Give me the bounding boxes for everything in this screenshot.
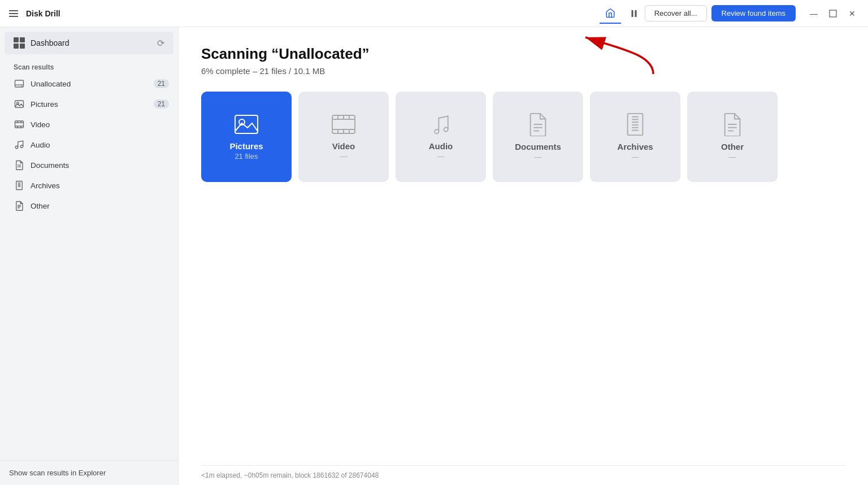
archives-card-info: Archives — — [617, 142, 653, 161]
svg-point-16 — [20, 145, 23, 148]
window-controls: — ✕ — [805, 5, 861, 23]
titlebar-actions: Recover all... Review found items — [645, 5, 796, 21]
svg-rect-28 — [235, 115, 258, 133]
documents-card-name: Documents — [515, 142, 561, 151]
main-layout: Dashboard ⟳ Scan results Unallocated 21 — [0, 27, 868, 485]
status-bar: <1m elapsed, ~0h05m remain, block 186163… — [201, 465, 845, 485]
audio-icon — [14, 139, 25, 150]
recover-all-button[interactable]: Recover all... — [645, 5, 707, 21]
svg-rect-8 — [15, 121, 24, 128]
svg-rect-0 — [631, 10, 633, 17]
documents-card-count: — — [515, 153, 561, 161]
archives-card-icon — [626, 112, 644, 136]
video-icon — [14, 119, 25, 130]
svg-rect-1 — [635, 10, 636, 17]
scan-title: Scanning “Unallocated” — [201, 45, 845, 63]
documents-icon — [14, 159, 25, 171]
sidebar-dashboard[interactable]: Dashboard ⟳ — [5, 32, 173, 54]
other-card-icon — [722, 112, 743, 136]
video-card-name: Video — [332, 141, 355, 151]
svg-point-40 — [444, 127, 448, 131]
category-card-video[interactable]: Video — — [298, 92, 389, 182]
show-explorer-button[interactable]: Show scan results in Explorer — [0, 461, 178, 485]
minimize-button[interactable]: — — [805, 5, 823, 23]
sidebar-item-audio-label: Audio — [31, 141, 169, 149]
pictures-card-icon — [234, 113, 259, 136]
other-card-count: — — [721, 153, 744, 161]
sidebar-item-video[interactable]: Video — [0, 114, 178, 135]
pictures-card-info: Pictures 21 files — [229, 141, 263, 161]
svg-point-39 — [435, 129, 439, 133]
sidebar-item-pictures-label: Pictures — [31, 100, 148, 109]
documents-card-icon — [528, 112, 548, 136]
maximize-button[interactable] — [824, 5, 842, 23]
pictures-card-name: Pictures — [229, 141, 263, 151]
sidebar-item-video-label: Video — [31, 120, 169, 129]
close-button[interactable]: ✕ — [843, 5, 861, 23]
video-card-info: Video — — [332, 141, 355, 161]
titlebar: Disk Drill Recover all... Review found i… — [0, 0, 868, 27]
other-card-name: Other — [721, 142, 744, 151]
scan-results-label: Scan results — [0, 59, 178, 73]
archive-icon — [14, 180, 25, 191]
sidebar-item-pictures-count: 21 — [154, 99, 169, 109]
category-card-pictures[interactable]: Pictures 21 files — [201, 92, 292, 182]
titlebar-nav — [600, 3, 645, 24]
sidebar-item-audio[interactable]: Audio — [0, 135, 178, 155]
sidebar-item-archives[interactable]: Archives — [0, 175, 178, 196]
sidebar-item-other[interactable]: Other — [0, 196, 178, 216]
svg-rect-3 — [15, 80, 24, 87]
app-title: Disk Drill — [26, 9, 60, 18]
svg-point-5 — [21, 86, 23, 87]
sidebar-item-documents-label: Documents — [31, 161, 169, 170]
sidebar-item-archives-label: Archives — [31, 181, 169, 190]
archives-card-count: — — [617, 153, 653, 161]
svg-rect-2 — [830, 10, 836, 17]
sidebar: Dashboard ⟳ Scan results Unallocated 21 — [0, 27, 179, 485]
grid-icon — [14, 37, 25, 49]
audio-card-name: Audio — [429, 141, 453, 151]
category-cards: Pictures 21 files — [201, 92, 845, 182]
category-card-audio[interactable]: Audio — — [396, 92, 486, 182]
video-card-count: — — [332, 152, 355, 161]
main-content: Scanning “Unallocated” 6% complete – 21 … — [179, 27, 868, 485]
audio-card-count: — — [429, 152, 453, 161]
sidebar-item-other-label: Other — [31, 202, 169, 210]
pause-button[interactable] — [623, 4, 645, 23]
sidebar-item-unallocated-count: 21 — [154, 79, 169, 88]
sidebar-bottom: Show scan results in Explorer — [0, 460, 178, 485]
category-card-documents[interactable]: Documents — — [493, 92, 583, 182]
sidebar-item-unallocated-label: Unallocated — [31, 80, 148, 88]
menu-icon[interactable] — [7, 8, 20, 19]
drive-icon — [14, 78, 25, 89]
audio-card-info: Audio — — [429, 141, 453, 161]
sidebar-item-documents[interactable]: Documents — [0, 155, 178, 175]
archives-card-name: Archives — [617, 142, 653, 151]
spinner-icon: ⟳ — [157, 38, 164, 49]
sidebar-item-pictures[interactable]: Pictures 21 — [0, 94, 178, 114]
home-button[interactable] — [600, 3, 621, 24]
other-card-info: Other — — [721, 142, 744, 161]
documents-card-info: Documents — — [515, 142, 561, 161]
titlebar-left: Disk Drill — [7, 8, 600, 19]
pictures-card-count: 21 files — [229, 152, 263, 161]
other-icon — [14, 200, 25, 211]
video-card-icon — [331, 113, 356, 136]
dashboard-label: Dashboard — [31, 38, 151, 47]
scan-subtitle: 6% complete – 21 files / 10.1 MB — [201, 66, 845, 76]
picture-icon — [14, 98, 25, 110]
svg-point-15 — [15, 146, 18, 149]
review-found-button[interactable]: Review found items — [711, 5, 796, 21]
audio-card-icon — [431, 113, 451, 136]
sidebar-item-unallocated[interactable]: Unallocated 21 — [0, 73, 178, 94]
category-card-other[interactable]: Other — — [687, 92, 778, 182]
svg-rect-6 — [15, 101, 24, 107]
category-card-archives[interactable]: Archives — — [590, 92, 680, 182]
